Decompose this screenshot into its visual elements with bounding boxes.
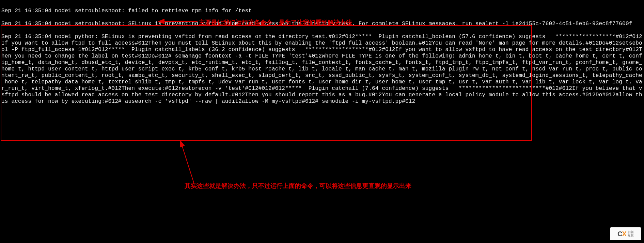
watermark-logo: CX 创新 互联 bbox=[610, 227, 641, 240]
log-line: Sep 21 16:35:04 node1 setroubleshoot: fa… bbox=[1, 8, 252, 14]
svg-line-2 bbox=[180, 141, 194, 184]
watermark-brand-prefix: C bbox=[617, 230, 622, 238]
watermark-brand-accent: X bbox=[622, 230, 626, 238]
annotation-top: 主要是让我们运行这条命令，是为了让我们看到解决办法 bbox=[199, 18, 352, 27]
log-line: Sep 21 16:35:04 node1 python: SELinux is… bbox=[1, 34, 642, 104]
watermark-brand: CX bbox=[617, 230, 626, 238]
watermark-subtext: 创新 互联 bbox=[628, 230, 634, 237]
terminal-output: Sep 21 16:35:04 node1 setroubleshoot: fa… bbox=[0, 0, 644, 113]
annotation-bottom: 其实这些就是解决办法，只不过运行上面的命令，可以将这些信息更直观的显示出来 bbox=[185, 182, 411, 190]
